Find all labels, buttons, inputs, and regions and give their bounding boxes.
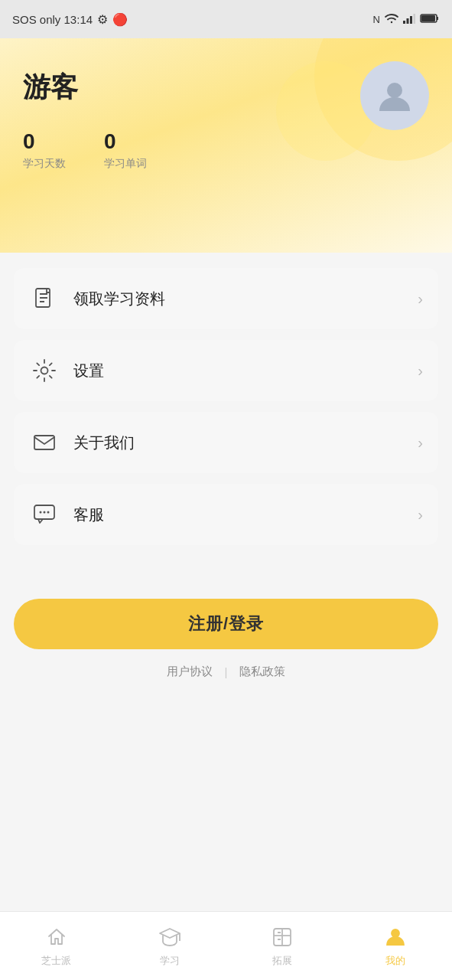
svg-rect-6 [421, 15, 435, 21]
chevron-right-icon: › [418, 362, 423, 380]
nav-label-expand: 拓展 [272, 954, 292, 968]
svg-point-10 [41, 368, 48, 374]
nav-label-mine: 我的 [385, 954, 405, 968]
battery-icon [420, 13, 440, 26]
nav-label-study: 学习 [160, 954, 180, 968]
study-days-value: 0 [23, 129, 66, 154]
menu-item-customer-service[interactable]: 客服 › [14, 484, 438, 545]
nav-item-home[interactable]: 芝士派 [0, 924, 113, 968]
menu-list: 领取学习资料 › 设置 › [0, 253, 452, 560]
expand-nav-icon [269, 924, 295, 950]
nfc-icon: N [373, 14, 380, 25]
privacy-policy-link[interactable]: 隐私政策 [239, 665, 285, 679]
menu-label-settings: 设置 [73, 361, 104, 381]
status-right: N [373, 13, 440, 26]
menu-item-learn-material[interactable]: 领取学习资料 › [14, 268, 438, 329]
svg-point-15 [47, 511, 50, 514]
avatar [360, 61, 429, 130]
svg-point-20 [392, 929, 399, 937]
stat-study-words: 0 学习单词 [104, 129, 147, 171]
chevron-right-icon: › [418, 290, 423, 308]
study-words-label: 学习单词 [104, 157, 147, 171]
mine-nav-icon [382, 924, 408, 950]
wifi-icon [385, 13, 398, 26]
menu-item-about[interactable]: 关于我们 › [14, 412, 438, 473]
study-days-label: 学习天数 [23, 157, 66, 171]
register-button-wrap: 注册/登录 [0, 599, 452, 649]
nav-item-study[interactable]: 学习 [113, 924, 226, 968]
svg-rect-4 [414, 14, 416, 24]
chevron-right-icon: › [418, 434, 423, 452]
menu-label-customer-service: 客服 [73, 505, 104, 525]
svg-rect-3 [410, 16, 412, 24]
menu-label-learn-material: 领取学习资料 [73, 289, 165, 309]
status-bar: SOS only 13:14 ⚙ 🔴 N [0, 0, 452, 38]
menu-label-about: 关于我们 [73, 433, 135, 453]
footer-links: 用户协议 | 隐私政策 [0, 649, 452, 690]
register-button[interactable]: 注册/登录 [14, 599, 438, 649]
stat-study-days: 0 学习天数 [23, 129, 66, 171]
chevron-right-icon: › [418, 506, 423, 524]
study-words-value: 0 [104, 129, 147, 154]
svg-rect-11 [34, 436, 54, 449]
status-text: SOS only 13:14 [12, 13, 93, 26]
status-left: SOS only 13:14 ⚙ 🔴 [12, 12, 128, 27]
svg-point-14 [44, 511, 46, 514]
svg-rect-1 [403, 21, 405, 24]
chat-icon [29, 499, 60, 530]
nav-item-expand[interactable]: 拓展 [226, 924, 340, 968]
home-nav-icon [44, 924, 70, 950]
settings-icon: ⚙ [97, 12, 108, 27]
gear-icon [29, 355, 60, 386]
document-icon [29, 283, 60, 314]
svg-rect-2 [407, 18, 409, 24]
mail-icon [29, 427, 60, 458]
svg-point-13 [40, 511, 42, 514]
nav-item-mine[interactable]: 我的 [339, 924, 452, 968]
stats-row: 0 学习天数 0 学习单词 [23, 129, 429, 171]
study-nav-icon [157, 924, 183, 950]
user-agreement-link[interactable]: 用户协议 [167, 665, 213, 679]
app-icon: 🔴 [112, 12, 128, 27]
footer-divider: | [225, 665, 228, 678]
menu-item-settings[interactable]: 设置 › [14, 340, 438, 401]
bottom-nav: 芝士派 学习 拓展 我的 [0, 911, 452, 980]
svg-point-8 [387, 83, 402, 98]
signal-icon [403, 13, 415, 26]
profile-header: 游客 0 学习天数 0 学习单词 [0, 38, 452, 253]
svg-point-0 [391, 21, 392, 22]
nav-label-home: 芝士派 [41, 954, 71, 968]
